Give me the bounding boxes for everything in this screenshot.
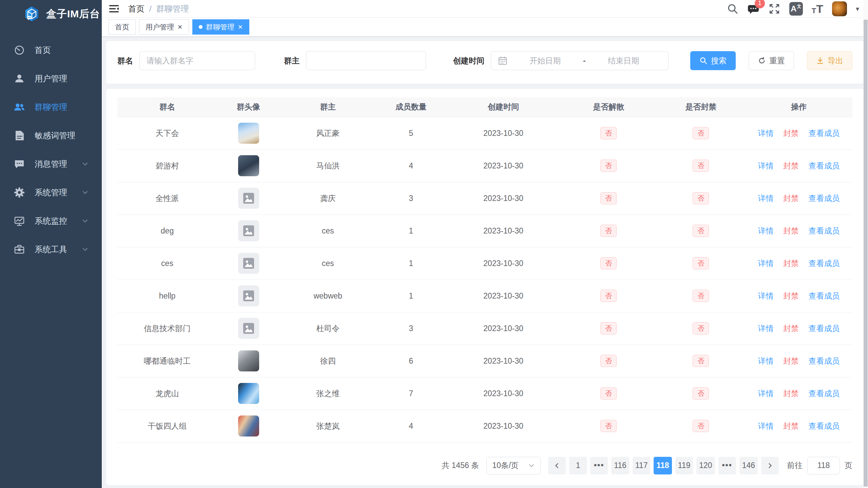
search-icon[interactable] bbox=[727, 3, 738, 15]
caret-down-icon[interactable]: ▾ bbox=[856, 5, 859, 13]
created-date: 2023-10-30 bbox=[483, 194, 523, 203]
ban-link[interactable]: 封禁 bbox=[783, 194, 799, 203]
detail-link[interactable]: 详情 bbox=[758, 389, 774, 398]
view-members-link[interactable]: 查看成员 bbox=[808, 129, 840, 138]
language-switch-icon[interactable]: A 文 bbox=[789, 2, 803, 16]
created-date: 2023-10-30 bbox=[483, 226, 523, 235]
user-avatar[interactable] bbox=[832, 1, 847, 16]
export-button[interactable]: 导出 bbox=[807, 51, 852, 70]
table-row: 碧游村 马仙洪 4 2023-10-30 否 否 详情 封禁 查看成员 bbox=[117, 149, 852, 182]
download-icon bbox=[816, 57, 824, 65]
detail-link[interactable]: 详情 bbox=[758, 226, 774, 235]
dissolved-tag: 否 bbox=[600, 420, 617, 432]
sidebar-collapse-icon[interactable] bbox=[109, 4, 119, 14]
page-button[interactable]: 146 bbox=[739, 457, 758, 474]
message-icon[interactable]: 1 bbox=[747, 3, 759, 15]
detail-link[interactable]: 详情 bbox=[758, 357, 774, 365]
page-button[interactable]: 118 bbox=[654, 457, 672, 474]
ban-link[interactable]: 封禁 bbox=[783, 161, 799, 170]
member-count: 6 bbox=[409, 357, 413, 365]
pagination-more[interactable]: ••• bbox=[590, 457, 608, 474]
table-row: 干饭四人组 张楚岚 4 2023-10-30 否 否 详情 封禁 查看成员 bbox=[117, 410, 852, 442]
sidebar-item-system-monitor[interactable]: 系统监控 bbox=[0, 207, 102, 235]
sidebar-item-label: 系统工具 bbox=[35, 244, 81, 255]
group-name: 信息技术部门 bbox=[144, 324, 191, 333]
prev-page-button[interactable] bbox=[548, 457, 566, 474]
detail-link[interactable]: 详情 bbox=[758, 194, 774, 203]
dissolved-tag: 否 bbox=[600, 322, 617, 334]
next-page-button[interactable] bbox=[761, 457, 779, 474]
view-members-link[interactable]: 查看成员 bbox=[808, 226, 840, 235]
member-count: 3 bbox=[409, 194, 413, 203]
sidebar-item-system-management[interactable]: 系统管理 bbox=[0, 178, 102, 207]
view-members-link[interactable]: 查看成员 bbox=[808, 161, 840, 170]
goto-page-input[interactable] bbox=[807, 457, 840, 474]
detail-link[interactable]: 详情 bbox=[758, 161, 774, 170]
scrollbar-thumb[interactable] bbox=[864, 20, 868, 487]
page-button[interactable]: 117 bbox=[633, 457, 651, 474]
group-name: hellp bbox=[159, 291, 176, 300]
ban-link[interactable]: 封禁 bbox=[783, 357, 799, 365]
pagination-more[interactable]: ••• bbox=[718, 457, 736, 474]
group-name-input[interactable] bbox=[147, 56, 248, 65]
table-row: 天下会 风正豪 5 2023-10-30 否 否 详情 封禁 查看成员 bbox=[117, 117, 852, 149]
calendar-icon bbox=[498, 56, 507, 65]
breadcrumb-home[interactable]: 首页 bbox=[128, 3, 144, 14]
view-members-link[interactable]: 查看成员 bbox=[808, 422, 840, 430]
ban-link[interactable]: 封禁 bbox=[783, 226, 799, 235]
sidebar-item-messages[interactable]: 消息管理 bbox=[0, 150, 102, 178]
ban-link[interactable]: 封禁 bbox=[783, 291, 799, 300]
sidebar-item-home[interactable]: 首页 bbox=[0, 36, 102, 64]
breadcrumb-current: 群聊管理 bbox=[156, 3, 189, 14]
ban-link[interactable]: 封禁 bbox=[783, 389, 799, 398]
page-size-select[interactable]: 10条/页 bbox=[486, 457, 541, 474]
sidebar-item-system-tools[interactable]: 系统工具 bbox=[0, 235, 102, 264]
ban-link[interactable]: 封禁 bbox=[783, 259, 799, 268]
ban-link[interactable]: 封禁 bbox=[783, 129, 799, 138]
sidebar-item-sensitive-words[interactable]: 敏感词管理 bbox=[0, 121, 102, 150]
sidebar-item-users[interactable]: 用户管理 bbox=[0, 64, 102, 93]
detail-link[interactable]: 详情 bbox=[758, 422, 774, 430]
banned-tag: 否 bbox=[693, 290, 709, 302]
sidebar-item-groups[interactable]: 群聊管理 bbox=[0, 93, 102, 121]
detail-link[interactable]: 详情 bbox=[758, 291, 774, 300]
search-button[interactable]: 搜索 bbox=[690, 51, 736, 70]
date-range-picker[interactable]: 开始日期 - 结束日期 bbox=[491, 51, 669, 70]
tab-group-management[interactable]: 群聊管理 ✕ bbox=[192, 19, 249, 35]
image-placeholder-icon bbox=[243, 225, 254, 237]
group-avatar-image bbox=[238, 285, 259, 306]
page-button[interactable]: 120 bbox=[696, 457, 715, 474]
view-members-link[interactable]: 查看成员 bbox=[808, 291, 840, 300]
detail-link[interactable]: 详情 bbox=[758, 324, 774, 333]
tab-user-management[interactable]: 用户管理 ✕ bbox=[139, 19, 189, 35]
close-icon[interactable]: ✕ bbox=[177, 23, 182, 31]
detail-link[interactable]: 详情 bbox=[758, 259, 774, 268]
tab-home[interactable]: 首页 bbox=[109, 19, 136, 35]
view-members-link[interactable]: 查看成员 bbox=[808, 324, 840, 333]
group-table: 群名 群头像 群主 成员数量 创建时间 是否解散 是否封禁 操作 天下会 bbox=[117, 97, 852, 443]
group-owner-label: 群主 bbox=[284, 56, 300, 66]
view-members-link[interactable]: 查看成员 bbox=[808, 259, 840, 268]
view-members-link[interactable]: 查看成员 bbox=[808, 194, 840, 203]
group-owner: 风正豪 bbox=[316, 129, 340, 138]
font-size-icon[interactable]: T T bbox=[812, 3, 823, 15]
page-button[interactable]: 1 bbox=[569, 457, 587, 474]
detail-link[interactable]: 详情 bbox=[758, 129, 774, 138]
page-button[interactable]: 116 bbox=[611, 457, 629, 474]
page-scrollbar[interactable] bbox=[863, 0, 868, 488]
app-title: 盒子IM后台 bbox=[46, 7, 100, 21]
view-members-link[interactable]: 查看成员 bbox=[808, 357, 840, 365]
app-logo[interactable]: 盒子IM后台 bbox=[0, 0, 102, 28]
ban-link[interactable]: 封禁 bbox=[783, 422, 799, 430]
ban-link[interactable]: 封禁 bbox=[783, 324, 799, 333]
reset-button[interactable]: 重置 bbox=[749, 51, 794, 70]
group-owner-input[interactable] bbox=[313, 56, 419, 65]
start-date-placeholder[interactable]: 开始日期 bbox=[507, 56, 583, 66]
close-icon[interactable]: ✕ bbox=[238, 23, 243, 31]
tab-label: 群聊管理 bbox=[206, 22, 234, 32]
fullscreen-icon[interactable] bbox=[768, 3, 780, 15]
end-date-placeholder[interactable]: 结束日期 bbox=[586, 56, 661, 66]
page-button[interactable]: 119 bbox=[675, 457, 693, 474]
goto-page: 前往 页 bbox=[787, 457, 852, 474]
view-members-link[interactable]: 查看成员 bbox=[808, 389, 840, 398]
